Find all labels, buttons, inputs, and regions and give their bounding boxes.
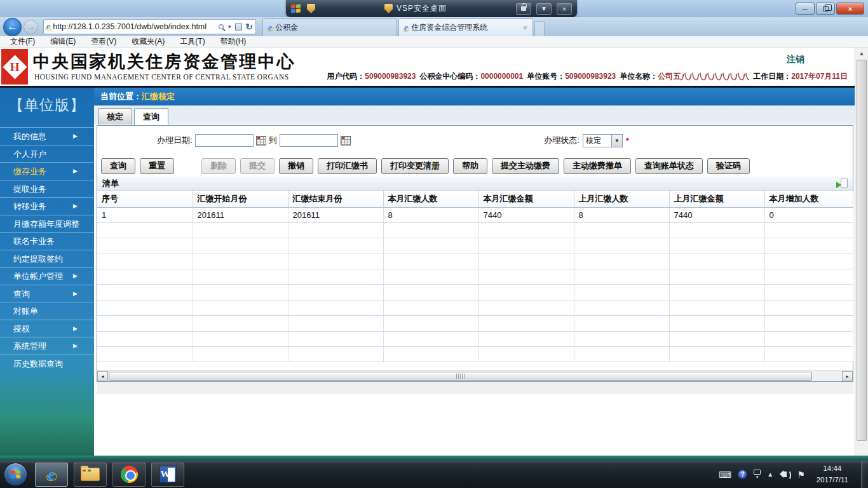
sidebar-item-转移业务[interactable]: 转移业务▶: [0, 197, 94, 215]
sidebar-item-月缴存额年度调整[interactable]: 月缴存额年度调整: [0, 215, 94, 233]
export-icon[interactable]: [836, 179, 848, 189]
table-cell: [764, 238, 853, 254]
browser-tab[interactable]: e公积金: [262, 18, 397, 36]
column-header[interactable]: 上月汇缴金额: [669, 191, 764, 207]
vsp-close-button[interactable]: ×: [557, 3, 572, 15]
vertical-scrollbar[interactable]: ▲: [855, 48, 868, 456]
sidebar-item-历史数据查询[interactable]: 历史数据查询: [0, 355, 94, 372]
查询账单状态-button[interactable]: 查询账单状态: [635, 158, 703, 174]
scroll-right-icon[interactable]: ►: [842, 371, 853, 381]
验证码-button[interactable]: 验证码: [707, 158, 750, 174]
logout-link[interactable]: 注销: [787, 54, 804, 65]
menu-item[interactable]: 文件(F): [3, 36, 43, 47]
vsp-lock-button[interactable]: [516, 3, 531, 15]
help-icon[interactable]: ?: [738, 470, 747, 479]
url-dropdown-icon[interactable]: ▼: [227, 24, 232, 30]
提交主动缴费-button[interactable]: 提交主动缴费: [492, 158, 559, 174]
主动缴费撤单-button[interactable]: 主动缴费撤单: [564, 158, 631, 174]
sidebar-item-对账单[interactable]: 对账单: [0, 302, 94, 320]
horizontal-scrollbar[interactable]: ◄ ►: [97, 370, 853, 381]
column-header[interactable]: 本月汇缴金额: [478, 191, 574, 207]
volume-icon[interactable]: [783, 471, 787, 477]
url-text[interactable]: http://128.1.0.235:7001/dwb/web/index.ht…: [53, 22, 216, 31]
show-desktop-button[interactable]: [861, 461, 868, 488]
查询-button[interactable]: 查询: [101, 158, 135, 174]
screen: VSP安全桌面 ▼ × ─ × ← → e http://128.1.0.235…: [0, 0, 868, 488]
new-tab-stub[interactable]: [534, 21, 545, 36]
tab-查询[interactable]: 查询: [134, 108, 168, 125]
start-button[interactable]: [4, 463, 27, 486]
forward-button[interactable]: →: [24, 20, 38, 34]
action-center-flag-icon[interactable]: ⚑: [797, 470, 805, 479]
table-cell: [193, 222, 288, 238]
column-header[interactable]: 汇缴结束月份: [288, 191, 383, 207]
search-icon[interactable]: [219, 24, 224, 29]
table-cell: [764, 316, 853, 331]
tab-核定[interactable]: 核定: [98, 108, 132, 125]
sidebar-item-个人开户[interactable]: 个人开户: [0, 145, 94, 163]
sidebar-item-提取业务[interactable]: 提取业务: [0, 180, 94, 198]
chevron-down-icon[interactable]: ▼: [611, 135, 622, 147]
taskbar-explorer-button[interactable]: [74, 463, 107, 487]
back-button[interactable]: ←: [3, 18, 22, 36]
menu-item[interactable]: 编辑(E): [43, 36, 83, 47]
minimize-button[interactable]: ─: [796, 3, 815, 15]
sidebar-item-约定提取签约[interactable]: 约定提取签约: [0, 250, 94, 268]
compatibility-view-icon[interactable]: [235, 24, 242, 30]
column-header[interactable]: 本月汇缴人数: [383, 191, 478, 207]
keyboard-icon[interactable]: ⌨: [719, 470, 731, 479]
vertical-scroll-thumb[interactable]: [857, 60, 867, 441]
sidebar-item-联名卡业务[interactable]: 联名卡业务: [0, 232, 94, 250]
calendar-icon[interactable]: [341, 136, 351, 146]
打印变更清册-button[interactable]: 打印变更清册: [381, 158, 449, 174]
horizontal-scroll-thumb[interactable]: [109, 372, 812, 381]
address-bar[interactable]: e http://128.1.0.235:7001/dwb/web/index.…: [43, 19, 256, 34]
column-header[interactable]: 序号: [97, 191, 193, 207]
打印汇缴书-button[interactable]: 打印汇缴书: [318, 158, 377, 174]
menu-item[interactable]: 收藏夹(A): [124, 36, 172, 47]
撤销-button[interactable]: 撤销: [279, 158, 313, 174]
scroll-up-icon[interactable]: ▲: [855, 48, 868, 59]
table-cell: [478, 254, 574, 269]
table-cell: [193, 254, 288, 269]
browser-tab[interactable]: e住房资金综合管理系统×: [398, 18, 533, 36]
tab-close-icon[interactable]: ×: [523, 24, 527, 32]
status-select[interactable]: 核定 ▼: [583, 134, 623, 147]
chrome-icon: [121, 466, 138, 483]
table-cell: [97, 347, 193, 362]
scroll-left-icon[interactable]: ◄: [97, 371, 108, 381]
restore-button[interactable]: [816, 3, 835, 15]
date-from-input[interactable]: [195, 134, 254, 147]
menu-item[interactable]: 工具(T): [172, 36, 212, 47]
重置-button[interactable]: 重置: [140, 158, 174, 174]
column-header[interactable]: 上月汇缴人数: [574, 191, 669, 207]
close-button[interactable]: ×: [836, 3, 864, 15]
horizontal-scroll-track[interactable]: [813, 371, 842, 381]
帮助-button[interactable]: 帮助: [453, 158, 487, 174]
table-row[interactable]: 120161120161187440874400: [97, 207, 853, 222]
sidebar-item-授权[interactable]: 授权▶: [0, 320, 94, 337]
sidebar-item-查询[interactable]: 查询▶: [0, 285, 94, 302]
windows-logo-icon[interactable]: [291, 4, 301, 13]
refresh-icon[interactable]: ↻: [245, 22, 253, 32]
show-hidden-icons[interactable]: ▲: [767, 471, 773, 478]
column-header[interactable]: 本月增加人数: [764, 191, 853, 207]
table-cell: [478, 316, 574, 331]
sidebar-item-缴存业务[interactable]: 缴存业务▶: [0, 162, 94, 180]
security-shield-icon[interactable]: [307, 4, 315, 13]
menu-item[interactable]: 帮助(H): [213, 36, 254, 47]
calendar-icon[interactable]: [256, 136, 266, 146]
menu-item[interactable]: 查看(V): [83, 36, 124, 47]
browser-nav-bar: ← → e http://128.1.0.235:7001/dwb/web/in…: [0, 17, 868, 36]
taskbar-ie-button[interactable]: e: [35, 463, 68, 487]
column-header[interactable]: 汇缴开始月份: [193, 191, 288, 207]
vsp-collapse-button[interactable]: ▼: [536, 3, 552, 15]
sidebar-item-我的信息[interactable]: 我的信息▶: [0, 127, 94, 145]
tray-window-icon[interactable]: ▼: [754, 470, 761, 479]
taskbar-chrome-button[interactable]: [112, 463, 146, 487]
date-to-input[interactable]: [280, 134, 338, 147]
taskbar-clock[interactable]: 14:44 2017/7/11: [817, 463, 848, 485]
sidebar-item-系统管理[interactable]: 系统管理▶: [0, 337, 94, 355]
taskbar-word-button[interactable]: W: [151, 463, 184, 487]
sidebar-item-单位帐户管理[interactable]: 单位帐户管理▶: [0, 267, 94, 285]
